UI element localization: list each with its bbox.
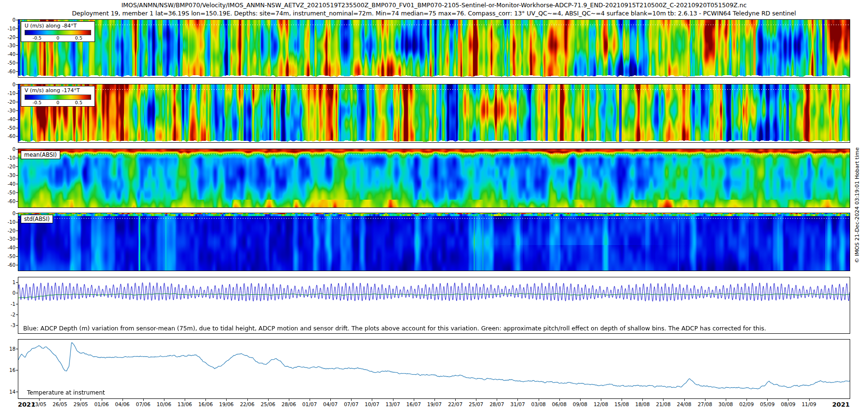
y-tick-label: -60 bbox=[0, 68, 15, 74]
y-tick-mark bbox=[16, 102, 18, 102]
x-tick-label: 15/08 bbox=[614, 401, 629, 407]
colorbar-tick-labels: -0.5 0 0.5 bbox=[25, 35, 91, 41]
x-tick-mark bbox=[455, 399, 456, 401]
v-colorbar-legend: V (m/s) along -174°T -0.5 0 0.5 bbox=[21, 86, 95, 107]
x-tick-mark bbox=[289, 399, 289, 401]
x-tick-mark bbox=[414, 399, 414, 401]
y-tick-mark bbox=[16, 304, 18, 304]
y-tick-mark bbox=[16, 256, 18, 257]
x-tick-label: 01/07 bbox=[302, 401, 317, 407]
std-absi-label: std(ABSI) bbox=[21, 215, 53, 223]
colorbar-gradient bbox=[25, 95, 91, 100]
y-tick-mark bbox=[16, 192, 18, 193]
y-tick-mark bbox=[16, 293, 18, 293]
x-tick-label: 09/08 bbox=[573, 401, 587, 407]
x-tick-mark bbox=[81, 399, 81, 401]
y-tick-mark bbox=[16, 84, 18, 85]
y-tick-label: -30 bbox=[0, 236, 15, 242]
y-tick-label: -50 bbox=[0, 125, 15, 130]
y-tick-mark bbox=[16, 201, 18, 202]
x-tick-mark bbox=[102, 399, 102, 401]
y-tick-label: -30 bbox=[0, 173, 15, 178]
x-tick-label: 04/06 bbox=[115, 401, 130, 407]
x-tick-mark bbox=[60, 399, 60, 401]
x-tick-mark bbox=[497, 399, 497, 401]
x-tick-mark bbox=[539, 399, 539, 401]
x-tick-label: 18/08 bbox=[635, 401, 650, 407]
y-tick-label: -10 bbox=[0, 155, 15, 161]
x-tick-label: 29/05 bbox=[73, 401, 88, 407]
x-tick-mark bbox=[601, 399, 601, 401]
y-tick-label: -20 bbox=[0, 99, 15, 104]
y-tick-label: 0 bbox=[0, 211, 15, 216]
x-tick-label: 11/09 bbox=[801, 401, 816, 407]
x-tick-mark bbox=[205, 399, 206, 401]
y-tick-label: 14 bbox=[0, 389, 15, 394]
y-tick-label: -50 bbox=[0, 253, 15, 259]
y-tick-mark bbox=[16, 325, 18, 326]
y-tick-mark bbox=[16, 184, 18, 184]
x-tick-mark bbox=[663, 399, 664, 401]
y-tick-mark bbox=[16, 71, 18, 72]
y-tick-label: -1 bbox=[0, 301, 15, 306]
x-tick-label: 10/06 bbox=[157, 401, 171, 407]
x-axis-year-right: 2021 bbox=[832, 401, 850, 408]
v-velocity-panel: V (m/s) along -174°T -0.5 0 0.5 bbox=[18, 84, 850, 143]
y-tick-mark bbox=[16, 166, 18, 167]
x-tick-mark bbox=[39, 399, 40, 401]
x-tick-mark bbox=[559, 399, 560, 401]
x-tick-label: 25/07 bbox=[469, 401, 483, 407]
x-tick-mark bbox=[393, 399, 393, 401]
colorbar-tick: -0.5 bbox=[33, 35, 42, 41]
colorbar-tick: 0 bbox=[56, 100, 59, 105]
y-tick-mark bbox=[16, 392, 18, 392]
x-tick-mark bbox=[268, 399, 269, 401]
colorbar-gradient bbox=[25, 30, 91, 35]
x-tick-mark bbox=[372, 399, 372, 401]
y-tick-label: -20 bbox=[0, 228, 15, 233]
x-tick-mark bbox=[310, 399, 310, 401]
y-tick-mark bbox=[16, 247, 18, 248]
temperature-panel: Temperature at instrument bbox=[18, 339, 850, 399]
x-tick-mark bbox=[143, 399, 144, 401]
y-tick-label: -50 bbox=[0, 190, 15, 195]
u-velocity-panel: U (m/s) along -84°T -0.5 0 0.5 bbox=[18, 19, 850, 78]
y-tick-mark bbox=[16, 110, 18, 111]
x-tick-label: 22/07 bbox=[448, 401, 462, 407]
x-tick-label: 19/06 bbox=[219, 401, 233, 407]
x-tick-label: 21/08 bbox=[656, 401, 670, 407]
std-absi-heatmap-canvas bbox=[18, 213, 850, 271]
y-tick-mark bbox=[16, 158, 18, 158]
temperature-label: Temperature at instrument bbox=[27, 389, 105, 396]
u-velocity-heatmap-canvas bbox=[18, 20, 850, 77]
x-tick-mark bbox=[705, 399, 705, 401]
x-tick-mark bbox=[622, 399, 622, 401]
copyright-watermark: © IMOS 21-Dec-2024 03:19:01 Hobart time bbox=[851, 0, 864, 410]
x-axis-year-left: 2021 bbox=[18, 401, 35, 408]
y-tick-label: -40 bbox=[0, 181, 15, 187]
y-tick-label: -60 bbox=[0, 134, 15, 139]
y-tick-label: -30 bbox=[0, 108, 15, 113]
x-tick-label: 30/08 bbox=[719, 401, 733, 407]
x-tick-label: 05/09 bbox=[760, 401, 774, 407]
x-tick-mark bbox=[684, 399, 685, 401]
x-tick-label: 22/06 bbox=[240, 401, 254, 407]
y-tick-label: 18 bbox=[0, 346, 15, 351]
x-tick-mark bbox=[580, 399, 581, 401]
x-tick-mark bbox=[247, 399, 248, 401]
x-tick-mark bbox=[767, 399, 768, 401]
x-tick-mark bbox=[226, 399, 227, 401]
x-tick-mark bbox=[330, 399, 331, 401]
x-tick-mark bbox=[642, 399, 643, 401]
x-tick-label: 28/07 bbox=[489, 401, 504, 407]
x-tick-label: 19/07 bbox=[427, 401, 442, 407]
x-tick-label: 08/09 bbox=[781, 401, 795, 407]
y-tick-mark bbox=[16, 175, 18, 176]
y-tick-mark bbox=[16, 37, 18, 38]
y-tick-mark bbox=[16, 28, 18, 29]
y-tick-label: -10 bbox=[0, 26, 15, 31]
std-absi-panel: std(ABSI) bbox=[18, 213, 850, 271]
y-tick-label: -40 bbox=[0, 52, 15, 57]
y-tick-label: -50 bbox=[0, 60, 15, 65]
x-tick-mark bbox=[351, 399, 352, 401]
